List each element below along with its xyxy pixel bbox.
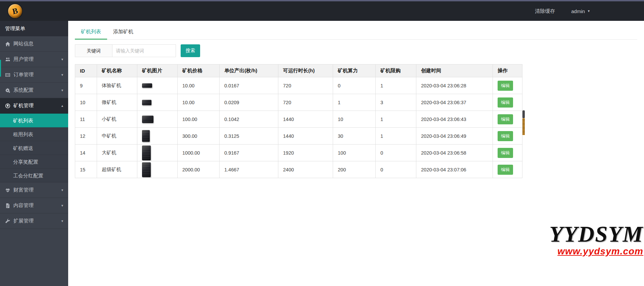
sidebar-item-label: 用户管理 [13, 56, 34, 63]
clear-cache-link[interactable]: 清除缓存 [535, 8, 555, 14]
search-bar: 关键词 搜索 [75, 44, 637, 57]
chevron-down-icon: ▼ [61, 189, 64, 192]
edit-button[interactable]: 编辑 [498, 97, 513, 108]
table-cell: 0 [333, 77, 376, 94]
sidebar-subitem[interactable]: 分享奖配置 [0, 155, 68, 169]
sidebar-item[interactable]: 矿机管理▲ [0, 98, 68, 114]
table-cell: 10 [333, 111, 376, 128]
page-scrollbar[interactable] [522, 110, 525, 135]
miner-image-cell [137, 111, 178, 128]
column-header: 创建时间 [416, 65, 493, 77]
table-cell: 0 [376, 161, 416, 178]
admin-username: admin [571, 8, 585, 14]
sidebar-subitem[interactable]: 租用列表 [0, 127, 68, 141]
sidebar-item[interactable]: 系统配置▼ [0, 83, 68, 98]
action-cell: 编辑 [493, 94, 522, 111]
topbar: B 清除缓存 admin ▼ [0, 1, 644, 21]
action-cell: 编辑 [493, 161, 522, 178]
rebel-icon [5, 103, 10, 109]
gears-icon [5, 88, 10, 93]
action-cell: 编辑 [493, 111, 522, 128]
sidebar-item-label: 网站信息 [13, 41, 34, 47]
miner-image-cell [137, 94, 178, 111]
table-row: 14大矿机1000.000.9167192010002020-03-04 23:… [75, 145, 522, 161]
sidebar: 管理菜单 网站信息用户管理▼订单管理▼系统配置▼矿机管理▲矿机列表租用列表矿机赠… [0, 21, 68, 286]
table-cell: 9 [75, 77, 97, 94]
edit-button[interactable]: 编辑 [498, 165, 513, 175]
sidebar-item-label: 订单管理 [13, 72, 34, 78]
edit-button[interactable]: 编辑 [498, 131, 513, 141]
table-cell: 15 [75, 161, 97, 178]
chevron-down-icon: ▼ [61, 89, 64, 92]
table-cell: 2020-03-04 23:06:43 [416, 111, 493, 128]
scrollbar-thumb[interactable] [522, 110, 525, 118]
miner-image-cell [137, 161, 178, 178]
sidebar-item[interactable]: 财富管理▼ [0, 182, 68, 198]
chevron-down-icon: ▼ [61, 58, 64, 61]
sidebar-item-label: 扩展管理 [13, 218, 34, 224]
table-cell: 1000.00 [178, 145, 220, 161]
sidebar-menu: 网站信息用户管理▼订单管理▼系统配置▼矿机管理▲矿机列表租用列表矿机赠送分享奖配… [0, 36, 68, 229]
table-cell: 720 [278, 94, 333, 111]
sidebar-item-label: 内容管理 [13, 202, 34, 209]
search-input[interactable] [112, 44, 176, 57]
table-cell: 1.4667 [220, 161, 278, 178]
miner-image [142, 130, 150, 142]
miner-image [142, 83, 152, 88]
miner-image-cell [137, 128, 178, 145]
heartbeat-icon [5, 188, 10, 193]
sidebar-item[interactable]: 网站信息 [0, 36, 68, 52]
watermark-title: YYDSYM [549, 223, 643, 245]
table-cell: 0.1042 [220, 111, 278, 128]
admin-menu[interactable]: admin ▼ [571, 8, 590, 14]
bitcoin-logo[interactable]: B [8, 4, 22, 18]
table-cell: 0.9167 [220, 145, 278, 161]
table-cell: 720 [278, 77, 333, 94]
table-cell: 小矿机 [97, 111, 137, 128]
sidebar-item[interactable]: 用户管理▼ [0, 52, 68, 67]
column-header: 矿机名称 [97, 65, 137, 77]
table-cell: 2020-03-04 23:06:28 [416, 77, 493, 94]
home-icon [5, 41, 10, 47]
table-cell: 1440 [278, 128, 333, 145]
table-cell: 3 [376, 94, 416, 111]
miner-image [142, 146, 151, 160]
column-header: 矿机图片 [137, 65, 178, 77]
table-cell: 0 [376, 145, 416, 161]
table-row: 12中矿机300.000.312514403012020-03-04 23:06… [75, 128, 522, 145]
table-cell: 100.00 [178, 111, 220, 128]
table-row: 11小矿机100.000.104214401012020-03-04 23:06… [75, 111, 522, 128]
tab-bar: 矿机列表添加矿机 [75, 26, 637, 40]
tab[interactable]: 矿机列表 [75, 26, 107, 40]
main-content: 矿机列表添加矿机 关键词 搜索 ID矿机名称矿机图片矿机价格单位产出(枚/h)可… [68, 21, 644, 286]
sidebar-scrollbar[interactable] [0, 60, 1, 77]
sidebar-subitem[interactable]: 工会分红配置 [0, 169, 68, 182]
search-button[interactable]: 搜索 [181, 44, 200, 57]
sidebar-item[interactable]: 扩展管理▼ [0, 213, 68, 229]
action-cell: 编辑 [493, 77, 522, 94]
table-header-row: ID矿机名称矿机图片矿机价格单位产出(枚/h)可运行时长(h)矿机算力矿机限购创… [75, 65, 522, 77]
table-row: 15超级矿机2000.001.4667240020002020-03-04 23… [75, 161, 522, 178]
table-cell: 大矿机 [97, 145, 137, 161]
sidebar-item[interactable]: 订单管理▼ [0, 67, 68, 83]
sidebar-subitem[interactable]: 矿机列表 [0, 114, 68, 127]
table-cell: 中矿机 [97, 128, 137, 145]
table-cell: 1 [376, 77, 416, 94]
sidebar-subitem[interactable]: 矿机赠送 [0, 141, 68, 155]
column-header: 单位产出(枚/h) [220, 65, 278, 77]
table-cell: 100 [333, 145, 376, 161]
chevron-up-icon: ▲ [61, 104, 64, 108]
topbar-right: 清除缓存 admin ▼ [535, 8, 644, 14]
edit-button[interactable]: 编辑 [498, 148, 513, 158]
sidebar-title: 管理菜单 [0, 21, 68, 36]
sidebar-item[interactable]: 内容管理▼ [0, 198, 68, 213]
edit-button[interactable]: 编辑 [498, 114, 513, 124]
chevron-down-icon: ▼ [61, 219, 64, 223]
action-cell: 编辑 [493, 128, 522, 145]
tab[interactable]: 添加矿机 [107, 26, 139, 40]
action-cell: 编辑 [493, 145, 522, 161]
miner-image-cell [137, 77, 178, 94]
table-cell: 1920 [278, 145, 333, 161]
table-cell: 1440 [278, 111, 333, 128]
edit-button[interactable]: 编辑 [498, 81, 513, 91]
